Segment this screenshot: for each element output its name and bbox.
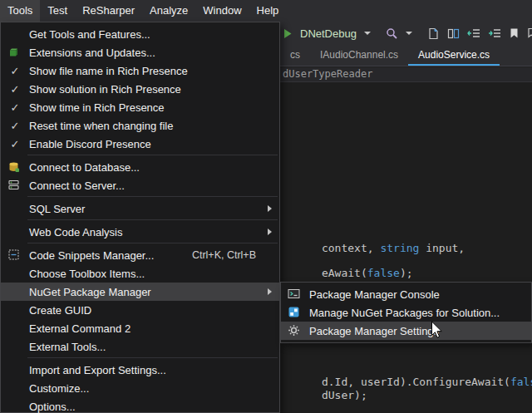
menu-item-label: SQL Server — [29, 203, 85, 215]
tab-partial[interactable]: cs — [280, 45, 310, 66]
menu-item-label: Web Code Analysis — [29, 226, 123, 238]
menu-separator — [27, 243, 278, 243]
menu-separator — [27, 155, 278, 155]
menu-item-choose-toolbox-items[interactable]: Choose Toolbox Items... — [1, 264, 279, 283]
nuget-package-manager-submenu: Package Manager Console Manage NuGet Pac… — [280, 282, 532, 343]
menu-item-connect-to-database[interactable]: Connect to Database... — [1, 158, 279, 176]
chevron-down-icon[interactable] — [364, 32, 371, 35]
menu-item-label: Show file name in Rich Presence — [29, 65, 188, 77]
menu-item-label: External Command 2 — [29, 322, 131, 335]
extensions-icon — [7, 46, 21, 59]
menubar-item-test[interactable]: Test — [40, 0, 75, 22]
code-token: ); — [400, 267, 413, 279]
gear-icon — [288, 324, 301, 337]
search-icon[interactable] — [386, 27, 398, 40]
menu-item-code-snippets-manager[interactable]: Code Snippets Manager... Ctrl+K, Ctrl+B — [1, 246, 279, 264]
menu-separator — [27, 357, 278, 358]
submenu-arrow-icon — [268, 288, 272, 295]
menu-item-label: Manage NuGet Packages for Solution... — [309, 307, 500, 319]
menu-item-label: Connect to Server... — [29, 179, 125, 192]
bookmark-list-icon[interactable] — [527, 27, 532, 39]
menu-item-label: Package Manager Settings — [309, 325, 439, 337]
menubar-item-resharper[interactable]: ReSharper — [75, 0, 142, 22]
menu-item-show-file-name-rich-presence[interactable]: ✓ Show file name in Rich Presence — [1, 61, 279, 80]
menu-item-external-command-2[interactable]: External Command 2 — [1, 319, 279, 337]
menu-item-label: Connect to Database... — [29, 161, 140, 174]
menu-item-show-time-rich-presence[interactable]: ✓ Show time in Rich Presence — [1, 98, 279, 116]
menubar-item-help[interactable]: Help — [249, 0, 287, 22]
code-token-keyword: false — [510, 376, 532, 388]
menubar-item-analyze[interactable]: Analyze — [142, 0, 195, 22]
menu-item-external-tools[interactable]: External Tools... — [1, 337, 279, 356]
console-icon — [288, 288, 301, 301]
menu-item-web-code-analysis[interactable]: Web Code Analysis — [1, 223, 279, 241]
menu-item-package-manager-console[interactable]: Package Manager Console — [281, 285, 531, 303]
menu-item-create-guid[interactable]: Create GUID — [1, 301, 279, 319]
menu-item-label: Package Manager Console — [309, 288, 440, 301]
menu-item-label: Code Snippets Manager... — [29, 249, 154, 262]
tab-audioservice[interactable]: AudioService.cs — [408, 45, 500, 66]
play-icon[interactable] — [283, 28, 293, 39]
menu-item-label: Reset time when changing file — [29, 120, 173, 132]
checkmark-icon: ✓ — [6, 138, 24, 150]
menu-item-label: Get Tools and Features... — [29, 28, 150, 41]
document-icon[interactable] — [427, 27, 440, 40]
menu-item-label: Customize... — [29, 382, 89, 395]
menu-item-nuget-package-manager[interactable]: NuGet Package Manager — [1, 283, 279, 301]
server-icon — [7, 179, 21, 192]
menu-item-options[interactable]: Options... — [1, 397, 279, 413]
code-token: context, — [322, 242, 380, 254]
symbol-name-text: dUserTypeReader — [283, 68, 372, 80]
submenu-arrow-icon — [268, 229, 272, 235]
menu-item-get-tools-and-features[interactable]: Get Tools and Features... — [1, 25, 279, 43]
database-icon — [7, 160, 21, 174]
menu-item-sql-server[interactable]: SQL Server — [1, 199, 279, 218]
menu-item-label: Show time in Rich Presence — [29, 101, 165, 114]
menu-item-label: Import and Export Settings... — [29, 364, 166, 376]
checkmark-icon: ✓ — [6, 101, 24, 114]
bookmark-icon[interactable] — [509, 27, 520, 39]
columns-icon[interactable] — [447, 27, 460, 40]
menubar-item-tools[interactable]: Tools — [0, 0, 40, 22]
indent-icon[interactable] — [488, 27, 501, 39]
menu-item-label: NuGet Package Manager — [29, 286, 151, 298]
code-token: eAwait( — [322, 267, 367, 279]
code-token-keyword: false — [367, 267, 400, 279]
mouse-cursor — [431, 321, 444, 342]
checkmark-icon: ✓ — [6, 65, 24, 77]
menu-item-package-manager-settings[interactable]: Package Manager Settings — [281, 322, 531, 340]
menu-item-label: Extensions and Updates... — [29, 47, 155, 59]
tab-iaudiochannel[interactable]: IAudioChannel.cs — [310, 45, 408, 66]
menu-bar: Tools Test ReSharper Analyze Window Help — [0, 0, 532, 22]
menu-item-import-and-export-settings[interactable]: Import and Export Settings... — [1, 361, 279, 379]
packages-icon — [288, 306, 301, 319]
menubar-item-window[interactable]: Window — [195, 0, 249, 22]
debug-target-selector[interactable]: DNetDebug — [300, 27, 357, 40]
menu-separator — [27, 219, 278, 220]
tools-menu: Get Tools and Features... Extensions and… — [0, 22, 280, 413]
menu-item-show-solution-rich-presence[interactable]: ✓ Show solution in Rich Presence — [1, 80, 279, 98]
menu-item-shortcut: Ctrl+K, Ctrl+B — [192, 249, 274, 261]
menu-separator — [27, 196, 278, 197]
menu-item-label: Create GUID — [29, 304, 91, 317]
code-token-keyword: string — [380, 242, 419, 254]
menu-item-customize[interactable]: Customize... — [1, 379, 279, 397]
menu-item-reset-time-when-changing-file[interactable]: ✓ Reset time when changing file — [1, 116, 279, 135]
menu-item-connect-to-server[interactable]: Connect to Server... — [1, 176, 279, 194]
chevron-down-icon[interactable] — [406, 32, 412, 35]
menu-item-label: Choose Toolbox Items... — [29, 268, 145, 280]
menu-item-label: Enable Discord Presence — [29, 138, 151, 150]
checkmark-icon: ✓ — [6, 83, 24, 96]
snippets-icon — [7, 248, 21, 262]
menu-item-label: Options... — [29, 401, 76, 413]
code-token: input, — [419, 242, 465, 254]
outdent-icon[interactable] — [467, 27, 480, 39]
visual-studio-window: Tools Test ReSharper Analyze Window Help… — [0, 0, 532, 413]
menu-item-extensions-and-updates[interactable]: Extensions and Updates... — [1, 43, 279, 61]
menu-item-enable-discord-presence[interactable]: ✓ Enable Discord Presence — [1, 135, 279, 153]
menu-item-manage-nuget-packages-for-solution[interactable]: Manage NuGet Packages for Solution... — [281, 303, 531, 322]
code-line: se); — [283, 400, 347, 413]
checkmark-icon: ✓ — [6, 120, 24, 132]
submenu-arrow-icon — [268, 205, 272, 212]
menu-item-label: Show solution in Rich Presence — [29, 83, 181, 96]
